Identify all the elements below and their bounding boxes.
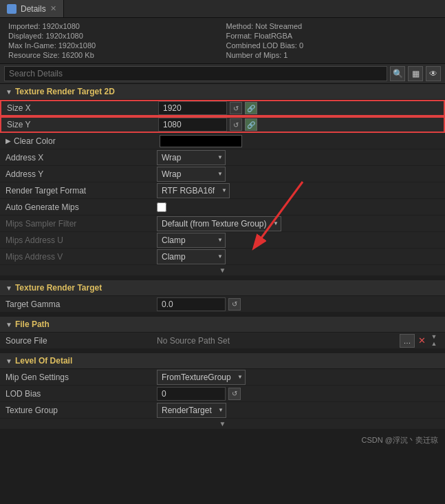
toolbar: 🔍 ▦ 👁 [0,64,445,84]
search-input[interactable] [4,66,387,81]
prop-mipsaddressv: Mips Address V Clamp Wrap [0,249,445,265]
addressx-label: Address X [6,151,157,165]
targetgamma-reset-btn[interactable]: ↺ [228,298,241,311]
prop-mipssamplerfilter: Mips Sampler Filter Default (from Textur… [0,216,445,232]
section-rendertarget[interactable]: ▼ Texture Render Target [0,280,445,296]
sourcefile-clear-btn[interactable]: ✕ [416,334,427,348]
sourcefile-up-btn[interactable]: ▲ [428,341,439,348]
mipsaddressu-label: Mips Address U [6,233,157,247]
addressy-select[interactable]: Wrap Clamp Mirror [157,167,226,182]
section-texture2d-label: Texture Render Target 2D [15,87,115,96]
mipssamplerfilter-label: Mips Sampler Filter [6,217,157,231]
section-rendertarget-label: Texture Render Target [15,283,102,293]
prop-sourcefile: Source File No Source Path Set … ✕ ▼ ▲ [0,333,445,349]
section-lod[interactable]: ▼ Level Of Detail [0,353,445,369]
prop-sizey: Size Y ↺ 🔗 [0,116,445,133]
prop-texturegroup: Texture Group RenderTarget [0,402,445,419]
prop-sizex: Size X ↺ 🔗 [0,100,445,116]
prop-addressx: Address X Wrap Clamp Mirror [0,149,445,166]
details-tab-close[interactable]: ✕ [50,4,56,13]
section-lod-label: Level Of Detail [15,356,72,366]
sourcefile-down-btn[interactable]: ▼ [428,334,439,341]
info-combinedlod: Combined LOD Bias: 0 [226,41,437,50]
targetgamma-label: Target Gamma [6,297,157,311]
section-filepath[interactable]: ▼ File Path [0,317,445,333]
details-tab-label: Details [21,4,46,14]
mipsaddressv-label: Mips Address V [6,250,157,264]
clearcolor-swatch[interactable] [160,135,242,147]
mipsaddressu-select[interactable]: Clamp Wrap [157,233,226,248]
targetgamma-input[interactable] [157,297,226,311]
info-bar: Imported: 1920x1080 Method: Not Streamed… [0,18,445,64]
search-button[interactable]: 🔍 [390,66,405,81]
sizex-label: Size X [7,101,158,115]
prop-rendertargetformat: Render Target Format RTF RGBA16f RTF RGB… [0,182,445,199]
lodbias-input[interactable] [157,387,226,401]
prop-clearcolor: ▶ Clear Color [0,133,445,149]
mipsaddressv-select[interactable]: Clamp Wrap [157,249,226,264]
section-lod-arrow: ▼ [6,357,12,365]
sizey-reset-btn[interactable]: ↺ [230,118,242,131]
mipssamplerfilter-select[interactable]: Default (from Texture Group) [157,216,281,231]
autogenmips-label: Auto Generate Mips [6,200,157,214]
info-nummips: Number of Mips: 1 [226,51,437,59]
expand-lod-more-icon[interactable]: ▼ [219,420,226,428]
section-rendertarget-arrow: ▼ [6,284,12,292]
info-imported: Imported: 1920x1080 [8,22,219,30]
watermark: CSDN @浮沉丶奕迁琼 [0,430,445,451]
section-texture2d[interactable]: ▼ Texture Render Target 2D [0,84,445,100]
prop-lodbias: LOD Bias ↺ [0,386,445,402]
sourcefile-browse-btn[interactable]: … [400,334,415,348]
lodbias-label: LOD Bias [6,387,157,401]
section-filepath-label: File Path [15,319,50,329]
texturegroup-label: Texture Group [6,403,157,417]
sizex-value-area: ↺ 🔗 [158,101,438,115]
prop-autogenmips: Auto Generate Mips [0,199,445,216]
sourcefile-label: Source File [6,334,157,348]
rendertargetformat-label: Render Target Format [6,184,157,198]
prop-targetgamma: Target Gamma ↺ [0,296,445,313]
sizey-value-area: ↺ 🔗 [158,118,438,132]
prop-mipsaddressu: Mips Address U Clamp Wrap [0,232,445,249]
content-area: ▼ Texture Render Target 2D Size X ↺ 🔗 Si… [0,84,445,430]
prop-addressy: Address Y Wrap Clamp Mirror [0,166,445,182]
clearcolor-label: Clear Color [14,136,160,146]
eye-button[interactable]: 👁 [426,66,441,81]
info-displayed: Displayed: 1920x1080 [8,32,219,40]
sizey-input[interactable] [158,118,227,132]
clearcolor-expand[interactable]: ▶ [6,137,11,145]
autogenmips-checkbox[interactable] [157,202,166,212]
expand-more-icon[interactable]: ▼ [219,266,226,274]
info-maxingame: Max In-Game: 1920x1080 [8,41,219,50]
grid-button[interactable]: ▦ [408,66,423,81]
info-format: Format: FloatRGBA [226,32,437,40]
sizex-reset-btn[interactable]: ↺ [230,102,242,114]
prop-mipgensettings: Mip Gen Settings FromTextureGroup [0,369,445,386]
addressy-label: Address Y [6,167,157,181]
texturegroup-select[interactable]: RenderTarget [157,403,226,418]
sizey-label: Size Y [7,118,158,132]
sizex-input[interactable] [158,101,227,115]
mipgensettings-select[interactable]: FromTextureGroup [157,370,246,385]
info-resourcesize: Resource Size: 16200 Kb [8,51,219,59]
details-tab[interactable]: Details ✕ [0,0,64,17]
lodbias-reset-btn[interactable]: ↺ [228,388,241,400]
mipgensettings-label: Mip Gen Settings [6,370,157,384]
details-tab-icon [7,4,17,14]
sourcefile-value: No Source Path Set [157,336,230,346]
addressx-select[interactable]: Wrap Clamp Mirror [157,150,226,165]
rendertargetformat-select[interactable]: RTF RGBA16f RTF RGBA8 [157,183,230,198]
section-texture2d-arrow: ▼ [6,88,12,96]
info-method: Method: Not Streamed [226,22,437,30]
section-filepath-arrow: ▼ [6,321,12,328]
sizey-link-btn[interactable]: 🔗 [245,118,257,131]
sizex-link-btn[interactable]: 🔗 [245,102,257,114]
